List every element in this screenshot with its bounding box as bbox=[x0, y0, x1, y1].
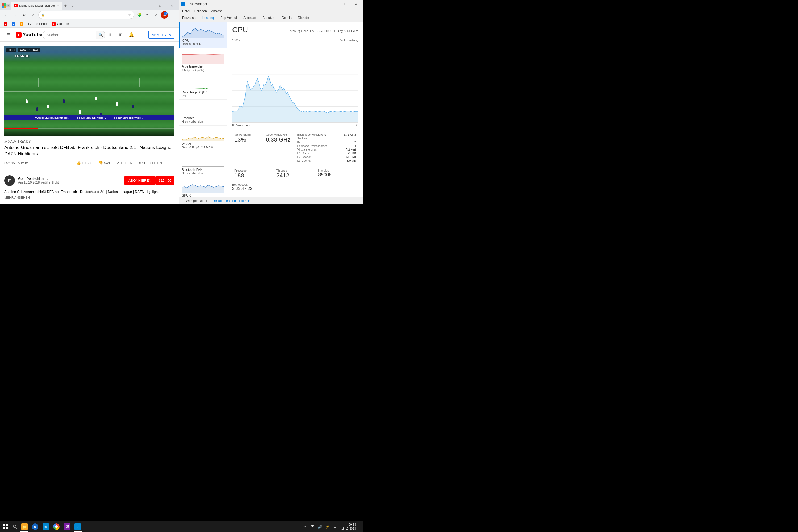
share-btn[interactable]: ↗ TEILEN bbox=[114, 159, 135, 167]
tm-tabs: Prozesse Leistung App-Verlauf Autostart … bbox=[179, 14, 363, 22]
bookmark-2[interactable]: S bbox=[10, 22, 17, 26]
sidebar-item-gpu[interactable]: GPU 0 Intel(R) HD Graphics 62 39% bbox=[179, 177, 227, 197]
new-tab-btn[interactable]: + bbox=[62, 2, 70, 9]
video-controls[interactable] bbox=[4, 127, 174, 136]
channel-avatar[interactable]: ⊡ bbox=[4, 175, 15, 186]
tab-leistung[interactable]: Leistung bbox=[199, 14, 217, 22]
tab-app-verlauf[interactable]: App-Verlauf bbox=[217, 14, 240, 22]
yt-upload-icon[interactable]: ⬆ bbox=[106, 31, 114, 39]
tab-autostart[interactable]: Autostart bbox=[240, 14, 259, 22]
tm-menu-ansicht[interactable]: Ansicht bbox=[209, 9, 224, 14]
bookmark-endor-label: Endor bbox=[39, 22, 48, 26]
like-btn[interactable]: 👍 10.653 bbox=[74, 159, 95, 167]
thumbs-down-icon: 👎 bbox=[99, 161, 103, 165]
more-actions-btn[interactable]: ⋯ bbox=[166, 159, 174, 167]
minimize-btn[interactable]: ─ bbox=[143, 2, 154, 9]
bookmark-schriftformatierung[interactable]: S bbox=[2, 22, 9, 26]
autoplay-switch[interactable] bbox=[165, 204, 174, 204]
star-icon[interactable]: ☆ bbox=[128, 13, 131, 17]
yt-logo[interactable]: ▶ YouTube bbox=[16, 32, 42, 38]
tm-threads-label: Threads bbox=[277, 169, 314, 172]
tm-graph-y-max: 100% bbox=[232, 39, 240, 42]
yt-more-icon[interactable]: ⋮ bbox=[138, 31, 146, 39]
notification-badge: 27 bbox=[164, 12, 168, 15]
video-player[interactable]: FRANCE bbox=[4, 46, 174, 136]
disk-sidebar-info: Datenträger 0 (C:) 0% bbox=[182, 91, 224, 97]
svg-marker-9 bbox=[232, 76, 358, 122]
bookmark-endor[interactable]: ☆ Endor bbox=[34, 22, 49, 26]
toolbar-right: 🧩 ✒ ↗ LD 27 ⋯ bbox=[135, 11, 177, 19]
svg-marker-4 bbox=[182, 185, 224, 193]
tab-overflow-btn[interactable]: ⌄ bbox=[70, 2, 76, 9]
player-5 bbox=[116, 102, 118, 106]
tm-minimize-btn[interactable]: ─ bbox=[329, 0, 340, 8]
tm-prozesse-value: 188 bbox=[234, 172, 272, 179]
cpu-sidebar-value: 13% 0,38 GHz bbox=[183, 42, 224, 46]
tm-l1-label: L1-Cache: bbox=[298, 152, 311, 155]
show-more-btn[interactable]: MEHR ANSEHEN bbox=[4, 196, 174, 200]
tm-menu-optionen[interactable]: Optionen bbox=[192, 9, 209, 14]
browser-chrome: S ▶ Nichts läuft flüssig nach der ✕ + ⌄ … bbox=[0, 0, 179, 28]
sidebar-item-cpu[interactable]: CPU 13% 0,38 GHz bbox=[179, 22, 227, 48]
save-btn[interactable]: ≡ SPEICHERN bbox=[136, 159, 165, 167]
tab-details[interactable]: Details bbox=[279, 14, 295, 22]
tm-kerne-label: Kerne: bbox=[298, 140, 306, 144]
tm-cpu-title: CPU bbox=[232, 25, 248, 34]
share-icon[interactable]: ↗ bbox=[152, 11, 160, 19]
yt-search-btn[interactable]: 🔍 bbox=[96, 31, 105, 39]
tm-maximize-btn[interactable]: □ bbox=[340, 0, 350, 8]
tm-resource-monitor-btn[interactable]: Ressourcenmonitor öffnen bbox=[212, 199, 250, 203]
sidebar-item-disk[interactable]: Datenträger 0 (C:) 0% bbox=[179, 74, 227, 100]
active-tab[interactable]: ▶ Nichts läuft flüssig nach der ✕ bbox=[11, 2, 62, 10]
france-text: FRANCE bbox=[15, 54, 29, 58]
sidebar-item-ethernet[interactable]: Ethernet Nicht verbunden bbox=[179, 100, 227, 126]
bookmark-tv[interactable]: TV bbox=[26, 22, 33, 26]
yt-notifications-icon[interactable]: 🔔 bbox=[127, 31, 136, 39]
close-btn[interactable]: ✕ bbox=[167, 2, 177, 9]
tab-prozesse[interactable]: Prozesse bbox=[179, 14, 199, 22]
player-7 bbox=[63, 99, 65, 103]
bookmark-3[interactable]: i bbox=[18, 22, 25, 26]
tm-less-details-btn[interactable]: ⌃ Weniger Details bbox=[182, 199, 208, 203]
extensions-icon[interactable]: 🧩 bbox=[135, 11, 143, 19]
bookmark-youtube[interactable]: ▶ YouTube bbox=[50, 22, 71, 26]
yt-signin-btn[interactable]: ANMELDEN bbox=[148, 31, 174, 39]
forward-btn[interactable]: → bbox=[11, 11, 19, 19]
home-btn[interactable]: ⌂ bbox=[29, 11, 37, 19]
yt-menu-icon[interactable]: ☰ bbox=[4, 31, 13, 39]
maximize-btn[interactable]: □ bbox=[155, 2, 166, 9]
autoplay-toggle[interactable]: AUTOPLAY bbox=[145, 204, 174, 204]
gpu-mini-graph bbox=[182, 179, 224, 193]
subscribe-btn[interactable]: ABONNIEREN bbox=[124, 176, 156, 185]
more-menu-btn[interactable]: ⋯ bbox=[169, 11, 177, 19]
tab-close-btn[interactable]: ✕ bbox=[57, 4, 59, 7]
wlan-sidebar-info: WLAN Ges.: 0 Empf.: 2,1 MBit/ bbox=[182, 142, 224, 149]
channel-avatar-icon: ⊡ bbox=[8, 178, 12, 184]
sidebar-item-wlan[interactable]: WLAN Ges.: 0 Empf.: 2,1 MBit/ bbox=[179, 126, 227, 151]
tm-logische-value: 4 bbox=[354, 144, 356, 147]
progress-bar[interactable] bbox=[4, 128, 174, 129]
back-btn[interactable]: ← bbox=[2, 11, 10, 19]
player-6 bbox=[36, 107, 38, 111]
sidebar-item-memory[interactable]: Arbeitsspeicher 4,5/7,9 GB (57%) bbox=[179, 48, 227, 74]
profile-icon[interactable]: LD 27 bbox=[161, 11, 168, 19]
sidebar-item-bluetooth[interactable]: Bluetooth-PAN Nicht verbunden bbox=[179, 151, 227, 177]
yt-search-input[interactable] bbox=[42, 31, 96, 39]
tab-dienste[interactable]: Dienste bbox=[295, 14, 312, 22]
tm-close-btn[interactable]: ✕ bbox=[350, 0, 361, 8]
tab-benutzer[interactable]: Benutzer bbox=[259, 14, 279, 22]
tm-app-icon bbox=[181, 2, 185, 6]
yt-header-right: ⬆ ⊞ 🔔 ⋮ ANMELDEN bbox=[106, 31, 174, 39]
url-input[interactable]: https://www.youtube.com/watch?v= bbox=[46, 13, 127, 17]
tm-logische-label: Logische Prozessoren: bbox=[298, 144, 327, 147]
windows-logo bbox=[2, 3, 6, 8]
bookmarks-bar: S S i TV ☆ Endor ▶ YouTube bbox=[0, 20, 179, 28]
video-stats-row: 652.951 Aufrufe 👍 10.653 👎 549 ↗ TEILE bbox=[4, 159, 174, 167]
refresh-btn[interactable]: ↻ bbox=[20, 11, 28, 19]
tm-menu-datei[interactable]: Datei bbox=[180, 9, 192, 14]
address-bar[interactable]: 🔒 https://www.youtube.com/watch?v= ☆ bbox=[38, 11, 134, 19]
dislike-btn[interactable]: 👎 549 bbox=[96, 159, 113, 167]
yt-apps-icon[interactable]: ⊞ bbox=[116, 31, 125, 39]
pen-icon[interactable]: ✒ bbox=[144, 11, 152, 19]
channel-name[interactable]: Goal Deutschland ✓ bbox=[18, 177, 59, 180]
